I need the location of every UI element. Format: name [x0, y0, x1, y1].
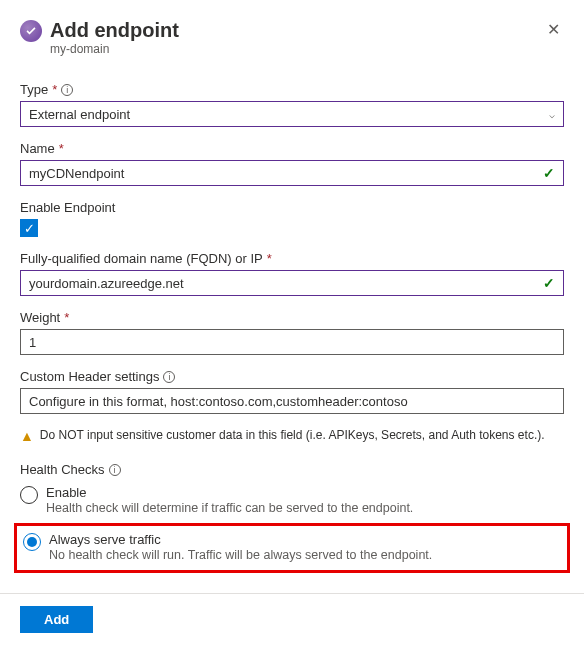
panel-header: Add endpoint my-domain ✕ — [20, 18, 564, 56]
radio-desc: Health check will determine if traffic c… — [46, 501, 413, 515]
fqdn-input-value: yourdomain.azureedge.net — [29, 276, 543, 291]
radio-desc: No health check will run. Traffic will b… — [49, 548, 432, 562]
enable-endpoint-checkbox[interactable]: ✓ — [20, 219, 38, 237]
type-select[interactable]: External endpoint ⌵ — [20, 101, 564, 127]
required-marker: * — [59, 141, 64, 156]
valid-check-icon: ✓ — [543, 165, 555, 181]
info-icon[interactable]: i — [61, 84, 73, 96]
warning-row: ▲ Do NOT input sensitive customer data i… — [20, 428, 564, 444]
weight-label: Weight — [20, 310, 60, 325]
chevron-down-icon: ⌵ — [549, 109, 555, 120]
highlight-marker: Always serve traffic No health check wil… — [14, 523, 570, 573]
weight-input-value: 1 — [29, 335, 555, 350]
panel-title: Add endpoint — [50, 18, 543, 42]
info-icon[interactable]: i — [109, 464, 121, 476]
add-button[interactable]: Add — [20, 606, 93, 633]
name-input-value: myCDNendpoint — [29, 166, 543, 181]
warning-icon: ▲ — [20, 428, 34, 444]
required-marker: * — [52, 82, 57, 97]
type-select-value: External endpoint — [29, 107, 549, 122]
enable-label: Enable Endpoint — [20, 200, 115, 215]
fqdn-label: Fully-qualified domain name (FQDN) or IP — [20, 251, 263, 266]
health-radio-enable[interactable]: Enable Health check will determine if tr… — [20, 481, 564, 523]
info-icon[interactable]: i — [163, 371, 175, 383]
custom-header-label: Custom Header settings — [20, 369, 159, 384]
close-icon[interactable]: ✕ — [543, 18, 564, 41]
name-input[interactable]: myCDNendpoint ✓ — [20, 160, 564, 186]
health-radio-always[interactable]: Always serve traffic No health check wil… — [23, 528, 561, 564]
radio-icon — [20, 486, 38, 504]
name-label: Name — [20, 141, 55, 156]
panel-subtitle: my-domain — [50, 42, 543, 56]
fqdn-input[interactable]: yourdomain.azureedge.net ✓ — [20, 270, 564, 296]
custom-header-placeholder: Configure in this format, host:contoso.c… — [29, 394, 555, 409]
endpoint-icon — [20, 20, 42, 42]
radio-icon-selected — [23, 533, 41, 551]
weight-input[interactable]: 1 — [20, 329, 564, 355]
custom-header-input[interactable]: Configure in this format, host:contoso.c… — [20, 388, 564, 414]
health-checks-label: Health Checks — [20, 462, 105, 477]
radio-label: Always serve traffic — [49, 532, 432, 547]
warning-text: Do NOT input sensitive customer data in … — [40, 428, 545, 442]
radio-label: Enable — [46, 485, 413, 500]
required-marker: * — [64, 310, 69, 325]
valid-check-icon: ✓ — [543, 275, 555, 291]
required-marker: * — [267, 251, 272, 266]
type-label: Type — [20, 82, 48, 97]
